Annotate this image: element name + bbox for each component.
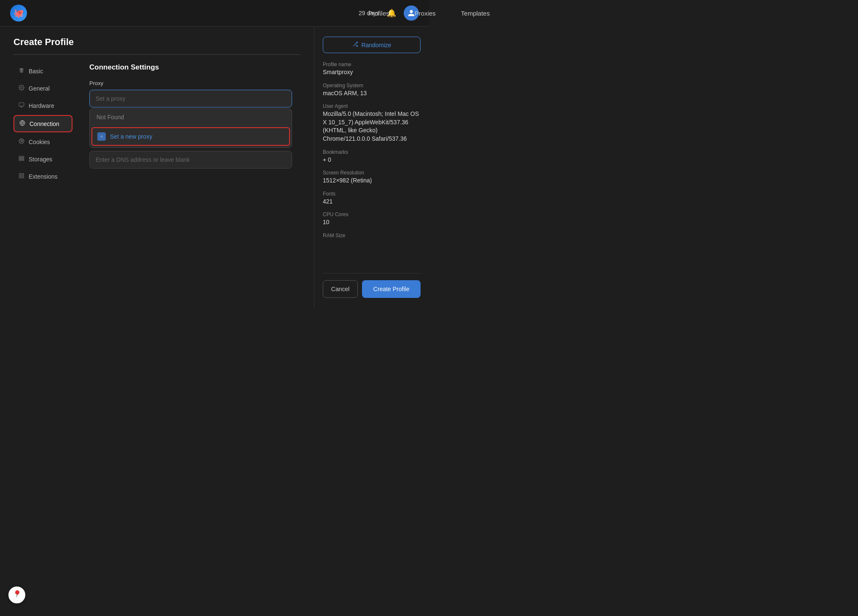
os-item: Operating System macOS ARM, 13 [323, 83, 421, 98]
set-new-proxy-button[interactable]: ＋ Set a new proxy [91, 127, 290, 146]
new-proxy-label: Set a new proxy [110, 133, 152, 140]
sidebar-item-basic-label: Basic [29, 68, 43, 75]
section-title: Connection Settings [89, 63, 292, 72]
dns-input[interactable] [89, 151, 292, 169]
profile-name-item: Profile name Smartproxy [323, 62, 421, 77]
connection-icon [19, 120, 25, 127]
content-inner: Basic General Hardware [13, 63, 300, 298]
resolution-label: Screen Resolution [323, 170, 421, 176]
storages-icon [19, 155, 24, 163]
proxy-dropdown-container: Not Found ＋ Set a new proxy [89, 90, 292, 107]
randomize-label: Randomize [362, 42, 391, 48]
sidebar-item-extensions-label: Extensions [29, 173, 57, 180]
divider [13, 54, 300, 55]
sidebar-item-hardware[interactable]: Hardware [13, 98, 72, 113]
sidebar-item-general-label: General [29, 85, 50, 92]
sidebar-item-general[interactable]: General [13, 80, 72, 96]
cancel-button[interactable]: Cancel [323, 280, 358, 298]
proxy-label: Proxy [89, 80, 292, 86]
cpu-label: CPU Cores [323, 212, 421, 217]
topnav: 🐙 Profiles Proxies Templates 29 days 🔔 [0, 0, 429, 27]
cookies-icon [19, 138, 24, 145]
fonts-label: Fonts [323, 191, 421, 197]
right-sidebar: Randomize Profile name Smartproxy Operat… [314, 27, 429, 308]
proxy-field-group: Proxy Not Found ＋ Set a new proxy [89, 80, 292, 107]
ua-label: User Agent [323, 103, 421, 109]
svg-rect-8 [19, 158, 24, 159]
os-label: Operating System [323, 83, 421, 88]
extensions-icon [19, 173, 24, 180]
create-profile-button[interactable]: Create Profile [362, 280, 421, 298]
sidebar-item-connection-label: Connection [29, 121, 59, 127]
general-icon [19, 85, 24, 92]
basic-icon [19, 67, 24, 75]
sidebar-item-storages[interactable]: Storages [13, 151, 72, 167]
fonts-item: Fonts 421 [323, 191, 421, 206]
side-nav: Basic General Hardware [13, 63, 81, 298]
proxy-dropdown-menu: Not Found ＋ Set a new proxy [89, 108, 292, 148]
ram-item: RAM Size [323, 233, 421, 239]
page-title: Create Profile [13, 37, 300, 48]
sidebar-item-cookies[interactable]: Cookies [13, 134, 72, 150]
not-found-item: Not Found [90, 109, 292, 126]
ua-value: Mozilla/5.0 (Macintosh; Intel Mac OS X 1… [323, 110, 421, 143]
bookmarks-label: Bookmarks [323, 149, 421, 155]
cpu-value: 10 [323, 218, 421, 227]
sidebar-item-hardware-label: Hardware [29, 102, 54, 109]
content-area: Create Profile Basic General [0, 27, 314, 308]
fonts-value: 421 [323, 198, 421, 206]
cpu-item: CPU Cores 10 [323, 212, 421, 227]
svg-rect-10 [19, 174, 21, 175]
resolution-value: 1512×982 (Retina) [323, 177, 421, 185]
sidebar-footer: Cancel Create Profile [323, 273, 421, 298]
resolution-item: Screen Resolution 1512×982 (Retina) [323, 170, 421, 185]
nav-proxies[interactable]: Proxies [415, 10, 429, 17]
svg-rect-7 [19, 156, 24, 157]
profile-name-label: Profile name [323, 62, 421, 67]
profile-info-section: Profile name Smartproxy Operating System… [323, 62, 421, 266]
hardware-icon [19, 102, 24, 109]
bookmarks-value: + 0 [323, 156, 421, 164]
sidebar-item-basic[interactable]: Basic [13, 63, 72, 79]
sidebar-item-extensions[interactable]: Extensions [13, 169, 72, 184]
bookmarks-item: Bookmarks + 0 [323, 149, 421, 164]
form-area: Connection Settings Proxy Not Found ＋ Se… [81, 63, 300, 298]
profile-name-value: Smartproxy [323, 68, 421, 77]
randomize-button[interactable]: Randomize [323, 37, 421, 53]
plus-icon: ＋ [97, 132, 106, 141]
nav-profiles[interactable]: Profiles [368, 10, 389, 17]
svg-rect-9 [19, 160, 24, 161]
sidebar-item-cookies-label: Cookies [29, 139, 50, 145]
logo[interactable]: 🐙 [10, 5, 27, 21]
randomize-icon [352, 41, 358, 48]
ua-item: User Agent Mozilla/5.0 (Macintosh; Intel… [323, 103, 421, 143]
os-value: macOS ARM, 13 [323, 89, 421, 98]
proxy-input[interactable] [89, 90, 292, 107]
svg-point-0 [21, 87, 22, 88]
sidebar-item-storages-label: Storages [29, 156, 52, 163]
svg-rect-11 [22, 174, 24, 175]
svg-rect-13 [19, 176, 21, 178]
topnav-links: Profiles Proxies Templates [368, 10, 429, 17]
logo-icon: 🐙 [10, 5, 27, 21]
svg-rect-12 [22, 176, 24, 178]
sidebar-item-connection[interactable]: Connection [13, 115, 72, 132]
ram-label: RAM Size [323, 233, 421, 238]
main-layout: Create Profile Basic General [0, 27, 429, 308]
svg-rect-1 [19, 103, 24, 106]
